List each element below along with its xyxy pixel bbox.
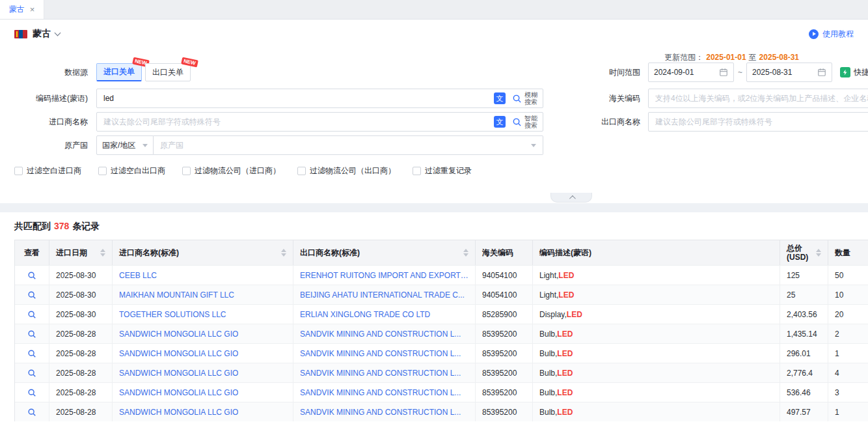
quantity: 1 bbox=[828, 402, 868, 421]
origin-placeholder: 原产国 bbox=[160, 140, 183, 151]
importer-input[interactable] bbox=[97, 117, 489, 126]
hs-code-input[interactable] bbox=[648, 89, 868, 108]
sort-icon[interactable] bbox=[100, 249, 105, 257]
sort-icon[interactable] bbox=[463, 249, 468, 257]
exporter-cell: SANDVIK MINING AND CONSTRUCTION L... bbox=[293, 324, 476, 343]
description-text: Display, bbox=[539, 310, 567, 319]
page-header: 蒙古 使用教程 bbox=[0, 20, 868, 48]
date-separator: ~ bbox=[738, 68, 742, 77]
filter-checkbox-item[interactable]: 过滤空白出口商 bbox=[98, 165, 165, 176]
exporter-link[interactable]: ERLIAN XINGLONG TRADE CO LTD bbox=[300, 310, 430, 319]
exporter-input[interactable] bbox=[648, 112, 868, 132]
view-cell bbox=[15, 285, 49, 304]
start-date-input[interactable] bbox=[648, 63, 734, 82]
fuzzy-search-button[interactable]: 模糊 搜索 bbox=[511, 91, 543, 106]
table-header-row: 查看 进口日期 进口商名称(标准) 出口商名称(标准) 海关编码 编码描述(蒙语… bbox=[15, 240, 868, 265]
importer-link[interactable]: CEEB LLC bbox=[119, 271, 157, 280]
hs-code: 85395200 bbox=[476, 383, 533, 402]
export-declarations-tab[interactable]: 出口关单 NEW bbox=[145, 63, 191, 81]
checkbox[interactable] bbox=[14, 167, 23, 175]
exporter-link[interactable]: SANDVIK MINING AND CONSTRUCTION L... bbox=[300, 388, 461, 397]
checkbox[interactable] bbox=[98, 167, 107, 175]
checkbox[interactable] bbox=[297, 167, 306, 175]
view-details-icon[interactable] bbox=[27, 310, 36, 319]
quantity: 3 bbox=[828, 383, 868, 402]
end-date-value[interactable] bbox=[752, 68, 815, 77]
description-text: Bulb, bbox=[539, 349, 557, 358]
origin-country-select[interactable]: 原产国 bbox=[154, 135, 543, 155]
code-description: Bulb, LED bbox=[533, 363, 780, 382]
import-date: 2025-08-28 bbox=[49, 363, 113, 382]
filter-checkbox-item[interactable]: 过滤重复记录 bbox=[413, 165, 472, 176]
checkbox[interactable] bbox=[413, 167, 421, 175]
tab-mongolia[interactable]: 蒙古 × bbox=[0, 0, 44, 19]
exporter-link[interactable]: SANDVIK MINING AND CONSTRUCTION L... bbox=[300, 349, 461, 358]
exporter-label: 出口商名称 bbox=[573, 117, 648, 128]
import-declarations-tab[interactable]: 进口关单 NEW bbox=[96, 63, 142, 81]
filter-checkbox-item[interactable]: 过滤物流公司（出口商） bbox=[297, 165, 396, 176]
view-details-icon[interactable] bbox=[27, 408, 36, 417]
total-usd: 2,776.4 bbox=[780, 363, 828, 382]
collapse-filters-handle[interactable] bbox=[550, 193, 592, 203]
tutorial-link[interactable]: 使用教程 bbox=[809, 29, 854, 40]
calendar-icon bbox=[817, 68, 826, 77]
importer-link[interactable]: MAIKHAN MOUNTAIN GIFT LLC bbox=[119, 290, 234, 300]
exporter-link[interactable]: BEIJING AHATU INTERNATIONAL TRADE C... bbox=[300, 290, 465, 300]
importer-link[interactable]: SANDWICH MONGOLIA LLC GIO bbox=[119, 388, 238, 397]
sort-icon[interactable] bbox=[281, 249, 286, 257]
code-desc-input[interactable] bbox=[97, 94, 489, 103]
import-date: 2025-08-28 bbox=[49, 344, 113, 363]
header-code-desc: 编码描述(蒙语) bbox=[533, 240, 780, 265]
total-usd: 125 bbox=[780, 266, 828, 285]
filter-checkbox-item[interactable]: 过滤空白进口商 bbox=[14, 165, 81, 176]
view-details-icon[interactable] bbox=[27, 388, 36, 397]
quick-search-button[interactable]: 快捷 bbox=[840, 67, 868, 78]
search-icon bbox=[512, 117, 522, 127]
translate-icon[interactable]: 文 bbox=[494, 92, 506, 104]
tab-bar: 蒙古 × bbox=[0, 0, 868, 20]
view-details-icon[interactable] bbox=[27, 271, 36, 280]
view-details-icon[interactable] bbox=[27, 349, 36, 358]
view-cell bbox=[15, 402, 49, 421]
importer-link[interactable]: SANDWICH MONGOLIA LLC GIO bbox=[119, 349, 238, 358]
importer-link[interactable]: TOGETHER SOLUTIONS LLC bbox=[119, 310, 226, 319]
exporter-cell: SANDVIK MINING AND CONSTRUCTION L... bbox=[293, 363, 476, 382]
exporter-link[interactable]: ERENHOT RUITONG IMPORT AND EXPORT ... bbox=[300, 271, 468, 280]
code-description: Bulb, LED bbox=[533, 324, 780, 343]
start-date-value[interactable] bbox=[654, 68, 716, 77]
header-hs-code: 海关编码 bbox=[476, 240, 533, 265]
table-row: 2025-08-30 MAIKHAN MOUNTAIN GIFT LLC BEI… bbox=[15, 285, 868, 304]
calendar-icon bbox=[719, 68, 728, 77]
view-details-icon[interactable] bbox=[27, 369, 36, 378]
translate-icon[interactable]: 文 bbox=[494, 116, 506, 128]
region-type-select[interactable]: 国家/地区 bbox=[96, 135, 154, 155]
view-details-icon[interactable] bbox=[27, 290, 36, 300]
sort-icon[interactable] bbox=[816, 249, 821, 257]
highlighted-term: LED bbox=[557, 349, 573, 358]
view-cell bbox=[15, 383, 49, 402]
exporter-link[interactable]: SANDVIK MINING AND CONSTRUCTION L... bbox=[300, 369, 461, 378]
code-desc-label: 编码描述(蒙语) bbox=[0, 93, 96, 104]
table-row: 2025-08-28 SANDWICH MONGOLIA LLC GIO SAN… bbox=[15, 382, 868, 402]
exporter-link[interactable]: SANDVIK MINING AND CONSTRUCTION L... bbox=[300, 330, 461, 339]
exporter-link[interactable]: SANDVIK MINING AND CONSTRUCTION L... bbox=[300, 408, 461, 417]
smart-search-button[interactable]: 智能 搜索 bbox=[511, 115, 543, 129]
view-details-icon[interactable] bbox=[27, 330, 36, 339]
import-date: 2025-08-28 bbox=[49, 324, 113, 343]
code-description: Display, LED bbox=[533, 305, 780, 324]
origin-row: 原产国 国家/地区 原产国 bbox=[0, 135, 543, 155]
close-icon[interactable]: × bbox=[30, 5, 35, 14]
importer-link[interactable]: SANDWICH MONGOLIA LLC GIO bbox=[119, 408, 238, 417]
mongolia-flag-icon bbox=[14, 30, 27, 38]
highlighted-term: LED bbox=[557, 408, 573, 417]
hs-code: 94054100 bbox=[476, 285, 533, 304]
checkbox[interactable] bbox=[182, 167, 191, 175]
importer-link[interactable]: SANDWICH MONGOLIA LLC GIO bbox=[119, 330, 238, 339]
filter-checkbox-item[interactable]: 过滤物流公司（进口商） bbox=[182, 165, 280, 176]
importer-link[interactable]: SANDWICH MONGOLIA LLC GIO bbox=[119, 369, 238, 378]
results-table: 查看 进口日期 进口商名称(标准) 出口商名称(标准) 海关编码 编码描述(蒙语… bbox=[14, 240, 868, 421]
end-date-input[interactable] bbox=[746, 63, 832, 82]
country-title[interactable]: 蒙古 bbox=[33, 28, 51, 40]
highlighted-term: LED bbox=[557, 330, 573, 339]
chevron-down-icon[interactable] bbox=[55, 29, 61, 36]
